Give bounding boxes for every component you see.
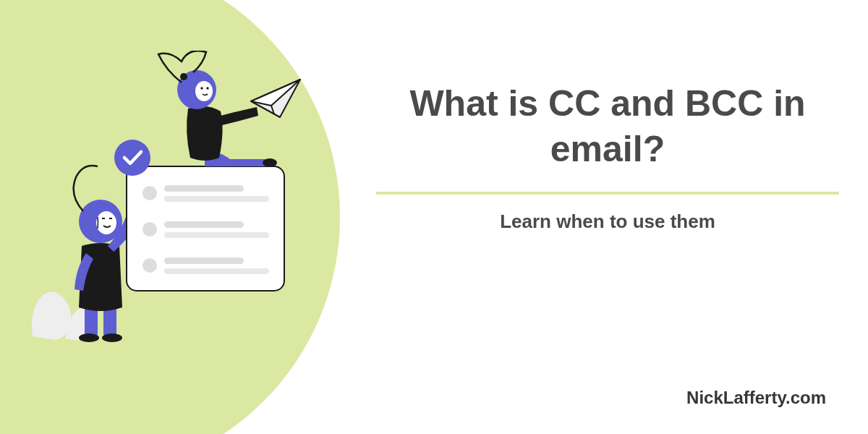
svg-point-3 (102, 333, 122, 342)
svg-point-24 (200, 87, 203, 89)
svg-point-16 (142, 258, 157, 273)
svg-point-13 (142, 222, 157, 237)
accent-divider (376, 192, 839, 195)
attribution-text: NickLafferty.com (686, 388, 826, 408)
page-title: What is CC and BCC in email? (376, 81, 839, 171)
svg-point-23 (195, 81, 213, 101)
svg-rect-15 (164, 232, 269, 238)
svg-rect-11 (164, 185, 244, 192)
svg-point-19 (114, 140, 150, 176)
character-sitting (158, 51, 277, 167)
svg-point-2 (79, 333, 99, 342)
illustration-svg (25, 51, 329, 347)
checkmark-icon (114, 140, 150, 176)
svg-point-22 (180, 73, 187, 80)
svg-point-6 (96, 211, 116, 234)
page-subtitle: Learn when to use them (376, 210, 839, 233)
svg-rect-17 (164, 258, 244, 264)
svg-point-20 (263, 158, 277, 167)
paper-plane-icon (251, 80, 300, 117)
text-content: What is CC and BCC in email? Learn when … (376, 81, 839, 233)
svg-rect-12 (164, 196, 269, 202)
svg-point-25 (206, 87, 208, 89)
list-card (127, 166, 284, 291)
svg-rect-18 (164, 268, 269, 274)
svg-rect-14 (164, 221, 244, 228)
svg-point-10 (142, 186, 157, 200)
